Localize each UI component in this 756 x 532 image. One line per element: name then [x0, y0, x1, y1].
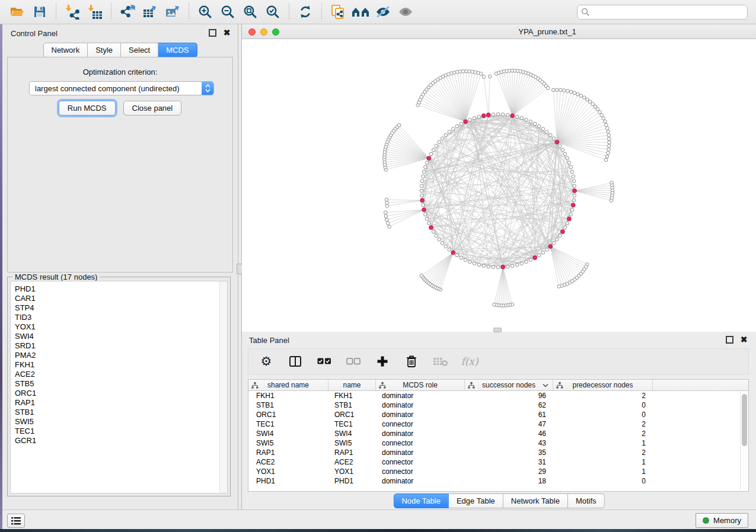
ring-node[interactable]: [506, 265, 509, 268]
satellite-node[interactable]: [588, 100, 592, 104]
ring-node[interactable]: [477, 263, 481, 267]
satellite-node[interactable]: [384, 211, 387, 214]
satellite-node[interactable]: [480, 72, 483, 76]
satellite-node[interactable]: [384, 214, 388, 218]
mcds-node[interactable]: [571, 203, 575, 207]
satellite-node[interactable]: [573, 91, 576, 95]
ring-node[interactable]: [520, 262, 524, 265]
show-column-button[interactable]: [288, 354, 303, 369]
ring-node[interactable]: [455, 254, 459, 257]
satellite-node[interactable]: [559, 88, 563, 92]
ring-node[interactable]: [432, 230, 435, 233]
mcds-node[interactable]: [501, 265, 505, 269]
satellite-node[interactable]: [586, 98, 589, 101]
satellite-node[interactable]: [602, 117, 605, 120]
ring-node[interactable]: [563, 152, 567, 156]
ring-node[interactable]: [432, 148, 435, 152]
ring-node[interactable]: [573, 184, 576, 188]
satellite-node[interactable]: [579, 94, 583, 98]
table-tab-edge-table[interactable]: Edge Table: [449, 493, 503, 508]
table-row[interactable]: SWI4SWI4dominator462: [248, 429, 748, 438]
satellite-node[interactable]: [576, 92, 580, 96]
mcds-node[interactable]: [427, 156, 431, 161]
ring-node[interactable]: [570, 208, 574, 211]
satellite-node[interactable]: [556, 88, 559, 92]
first-neighbors-button[interactable]: [350, 2, 371, 21]
satellite-node[interactable]: [582, 96, 586, 100]
ring-node[interactable]: [537, 254, 541, 257]
table-scrollbar[interactable]: [740, 392, 748, 491]
ring-node[interactable]: [455, 124, 459, 128]
satellite-node[interactable]: [604, 158, 608, 162]
ring-node[interactable]: [537, 124, 541, 128]
mcds-node[interactable]: [481, 114, 486, 118]
ring-node[interactable]: [429, 152, 433, 156]
ring-node[interactable]: [438, 140, 441, 144]
add-column-button[interactable]: [375, 354, 390, 369]
ring-node[interactable]: [422, 170, 426, 174]
table-tab-motifs[interactable]: Motifs: [568, 493, 605, 508]
table-row[interactable]: TEC1TEC1connector472: [248, 419, 748, 429]
apply-preferred-layout-button[interactable]: [295, 2, 315, 21]
satellite-node[interactable]: [607, 152, 610, 155]
mcds-node-item[interactable]: TEC1: [11, 427, 227, 436]
ring-node[interactable]: [444, 133, 448, 137]
mcds-node[interactable]: [429, 226, 433, 230]
save-session-button[interactable]: [30, 2, 50, 21]
hide-selected-button[interactable]: [373, 2, 393, 21]
ring-node[interactable]: [428, 222, 431, 225]
zoom-selected-button[interactable]: [263, 2, 283, 21]
ring-node[interactable]: [420, 180, 424, 183]
ring-node[interactable]: [448, 130, 451, 134]
ring-node[interactable]: [435, 144, 438, 148]
column-header-predecessor-nodes[interactable]: predecessor nodes: [553, 380, 653, 390]
mcds-node-item[interactable]: SWI4: [11, 332, 227, 341]
mcds-node[interactable]: [422, 208, 426, 212]
satellite-node[interactable]: [488, 75, 492, 78]
tab-select[interactable]: Select: [121, 43, 158, 57]
ring-node[interactable]: [473, 262, 476, 265]
ring-node[interactable]: [515, 263, 519, 267]
mcds-node-item[interactable]: FKH1: [11, 360, 227, 370]
export-network-button[interactable]: [117, 2, 138, 21]
satellite-node[interactable]: [385, 201, 388, 205]
ring-node[interactable]: [572, 198, 576, 202]
satellite-node[interactable]: [596, 108, 599, 111]
ring-node[interactable]: [422, 175, 425, 178]
select-all-button[interactable]: [317, 354, 332, 369]
ring-node[interactable]: [549, 133, 553, 137]
mcds-node[interactable]: [464, 120, 468, 124]
ring-node[interactable]: [552, 242, 556, 245]
ring-node[interactable]: [435, 234, 438, 238]
status-list-button[interactable]: [7, 514, 25, 528]
satellite-node[interactable]: [563, 89, 566, 92]
ring-node[interactable]: [561, 148, 564, 152]
float-panel-button[interactable]: [209, 29, 216, 37]
ring-node[interactable]: [545, 248, 548, 252]
deselect-all-button[interactable]: [346, 354, 361, 369]
satellite-node[interactable]: [607, 134, 611, 137]
zoom-in-button[interactable]: [195, 2, 215, 21]
ring-node[interactable]: [424, 165, 428, 169]
satellite-node[interactable]: [397, 124, 401, 127]
ring-node[interactable]: [425, 161, 429, 165]
mcds-node-item[interactable]: GCR1: [11, 436, 227, 446]
mcds-node-item[interactable]: STP4: [11, 303, 227, 313]
ring-node[interactable]: [444, 245, 448, 248]
ring-node[interactable]: [559, 144, 562, 148]
column-header-shared-name[interactable]: shared name: [248, 380, 328, 390]
mcds-node[interactable]: [451, 251, 455, 255]
close-table-panel-button[interactable]: ✖: [740, 336, 748, 344]
export-image-button[interactable]: [162, 2, 183, 21]
export-table-button[interactable]: [140, 2, 160, 21]
ring-node[interactable]: [464, 258, 467, 262]
satellite-node[interactable]: [386, 222, 390, 225]
close-window-icon[interactable]: [248, 28, 256, 36]
mcds-node-item[interactable]: SWI5: [11, 417, 227, 427]
ring-node[interactable]: [477, 115, 481, 118]
satellite-node[interactable]: [591, 102, 595, 106]
ring-node[interactable]: [529, 120, 532, 124]
mcds-node[interactable]: [511, 114, 515, 118]
ring-node[interactable]: [473, 117, 476, 120]
table-row[interactable]: RAP1RAP1dominator352: [248, 448, 748, 457]
